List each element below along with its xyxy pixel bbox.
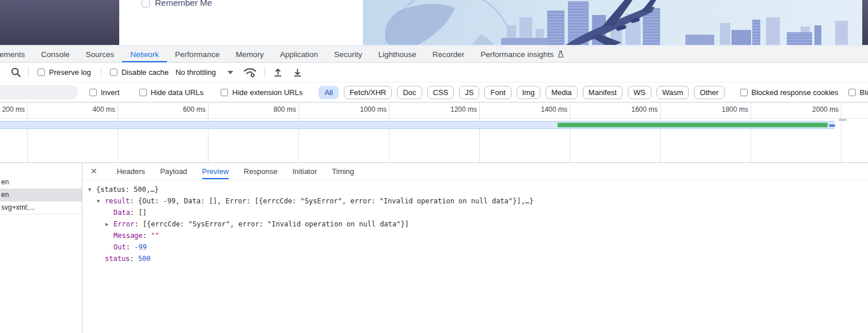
invert-checkbox[interactable] (89, 89, 97, 96)
preview-node-result[interactable]: ▼result: {Out: -99, Data: [], Error: [{e… (88, 195, 868, 207)
remember-me-group: Remember Me (142, 0, 212, 7)
tick-200ms: 200 ms (0, 105, 25, 113)
preview-node-message[interactable]: Message: "" (88, 230, 868, 241)
blocked-requests-checkbox[interactable] (848, 89, 856, 96)
remember-me-label: Remember Me (155, 0, 212, 7)
network-filter-bar: Invert Hide data URLs Hide extension URL… (0, 82, 868, 103)
waterfall-download-bar[interactable] (558, 123, 828, 127)
preserve-log-checkbox[interactable] (37, 69, 45, 76)
tab-console[interactable]: Console (33, 46, 78, 62)
import-har-icon[interactable] (273, 67, 283, 77)
gridline (27, 103, 28, 162)
tab-elements[interactable]: Elements (0, 46, 33, 62)
tick-1200ms: 1200 ms (431, 105, 477, 113)
filter-type-other[interactable]: Other (694, 86, 725, 99)
blocked-response-cookies-checkbox[interactable] (740, 89, 748, 96)
remember-me-checkbox[interactable] (142, 0, 150, 7)
filter-type-js[interactable]: JS (459, 86, 479, 99)
disclosure-expanded-icon[interactable]: ▼ (88, 184, 96, 195)
divider (101, 67, 101, 78)
network-overview: 200 ms 400 ms 600 ms 800 ms 1000 ms 1200… (0, 103, 868, 163)
tab-performance[interactable]: Performance (167, 46, 228, 62)
preview-node-data[interactable]: Data: [] (88, 207, 868, 218)
request-row[interactable]: en (0, 176, 82, 189)
request-row-selected[interactable]: en (0, 189, 82, 202)
blocked-response-cookies-label: Blocked response cookies (752, 88, 839, 97)
preserve-log-label: Preserve log (49, 68, 91, 77)
tab-performance-insights[interactable]: Performance insights (472, 46, 573, 62)
hide-data-urls-checkbox[interactable] (139, 89, 147, 96)
detail-tab-timing[interactable]: Timing (332, 163, 354, 179)
gridline (117, 103, 118, 162)
preview-node-root[interactable]: ▼{status: 500,…} (88, 184, 868, 195)
tab-security[interactable]: Security (326, 46, 370, 62)
page-right-edge (862, 0, 868, 45)
request-name-column: en en svg+xml;… (0, 163, 82, 333)
disable-cache-label: Disable cache (122, 68, 169, 77)
detail-tab-response[interactable]: Response (244, 163, 278, 179)
detail-tabbar: ✕ Headers Payload Preview Response Initi… (82, 163, 868, 180)
tab-sources[interactable]: Sources (78, 46, 123, 62)
filter-type-css[interactable]: CSS (427, 86, 454, 99)
filter-type-manifest[interactable]: Manifest (583, 86, 623, 99)
hide-data-urls-label: Hide data URLs (151, 88, 204, 97)
filter-type-all[interactable]: All (319, 86, 338, 99)
throttling-select[interactable]: No throttling (176, 68, 216, 77)
chevron-down-icon[interactable] (228, 71, 233, 74)
network-toolbar: Preserve log Disable cache No throttling (0, 63, 868, 82)
detail-tab-headers[interactable]: Headers (117, 163, 145, 179)
gridline (479, 103, 480, 162)
tab-recorder[interactable]: Recorder (424, 46, 473, 62)
blocked-requests-label: Blocked req (860, 88, 868, 97)
filter-type-img[interactable]: Img (517, 86, 541, 99)
preview-node-out[interactable]: Out: -99 (88, 241, 868, 253)
tab-memory[interactable]: Memory (228, 46, 272, 62)
flask-icon (557, 50, 564, 58)
filter-type-font[interactable]: Font (484, 86, 511, 99)
detail-tab-payload[interactable]: Payload (160, 163, 187, 179)
filter-type-wasm[interactable]: Wasm (657, 86, 689, 99)
invert-label: Invert (101, 88, 120, 97)
filter-type-doc[interactable]: Doc (397, 86, 422, 99)
network-bottom-pane: en en svg+xml;… ✕ Headers Payload Previe… (0, 163, 868, 333)
network-conditions-icon[interactable] (242, 66, 257, 78)
gridline (208, 103, 209, 162)
search-icon[interactable] (10, 67, 21, 78)
divider (28, 67, 29, 78)
waterfall-end-marker (829, 124, 835, 127)
tab-lighthouse[interactable]: Lighthouse (370, 46, 424, 62)
gridline (570, 103, 570, 162)
hero-banner-image (363, 0, 868, 45)
hero-banner-art (363, 0, 868, 45)
request-row[interactable]: svg+xml;… (0, 202, 82, 214)
detail-tab-preview[interactable]: Preview (202, 163, 229, 179)
export-har-icon[interactable] (293, 67, 302, 77)
request-detail-panel: ✕ Headers Payload Preview Response Initi… (82, 163, 868, 333)
tick-800ms: 800 ms (250, 105, 296, 113)
gridline (751, 103, 751, 162)
scrubber-handle[interactable] (839, 119, 847, 121)
close-icon[interactable]: ✕ (90, 163, 97, 179)
disclosure-expanded-icon[interactable]: ▼ (97, 195, 105, 207)
disable-cache-checkbox[interactable] (110, 69, 117, 76)
filter-type-fetch-xhr[interactable]: Fetch/XHR (344, 86, 392, 99)
filter-input[interactable] (0, 85, 78, 99)
tab-application[interactable]: Application (272, 46, 326, 62)
preview-node-error[interactable]: ▶Error: [{errcCde: "SysError", error: "I… (88, 218, 868, 230)
tick-1800ms: 1800 ms (702, 105, 748, 113)
tab-network[interactable]: Network (122, 46, 167, 62)
tick-1400ms: 1400 ms (521, 105, 567, 113)
gridline (660, 103, 661, 162)
divider (264, 67, 265, 78)
page-left-dark-panel (0, 0, 119, 45)
gridline (298, 103, 299, 162)
disclosure-collapsed-icon[interactable]: ▶ (105, 218, 113, 230)
tick-2000ms: 2000 ms (793, 105, 839, 113)
detail-tab-initiator[interactable]: Initiator (293, 163, 317, 179)
tick-1600ms: 1600 ms (612, 105, 658, 113)
hide-extension-urls-checkbox[interactable] (221, 89, 228, 96)
filter-type-ws[interactable]: WS (628, 86, 651, 99)
json-preview-tree: ▼{status: 500,…} ▼result: {Out: -99, Dat… (82, 180, 868, 264)
preview-node-status[interactable]: status: 500 (88, 253, 868, 264)
filter-type-media[interactable]: Media (545, 86, 577, 99)
